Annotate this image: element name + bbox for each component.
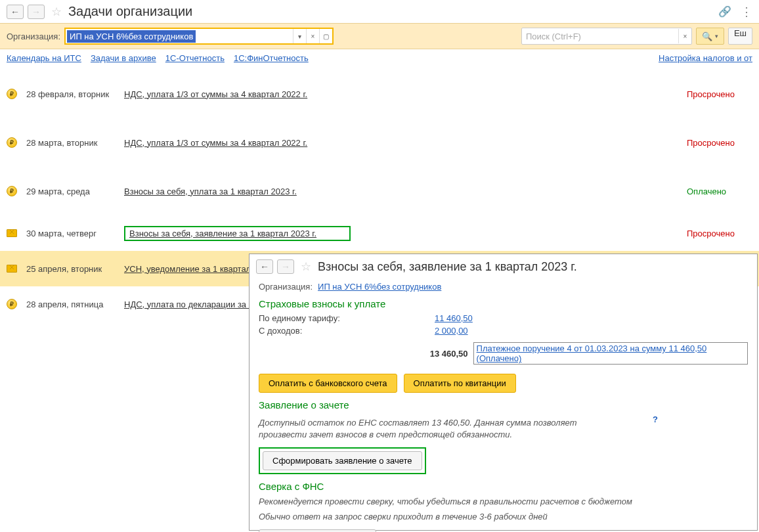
favorite-star-icon[interactable]: ☆ (51, 5, 62, 19)
search-box[interactable]: × (521, 28, 692, 45)
link-archive[interactable]: Задачи в архиве (91, 53, 156, 63)
task-row[interactable]: ₽28 марта, вторникНДС, уплата 1/3 от сум… (0, 118, 759, 167)
org-clear-icon[interactable]: × (306, 29, 319, 43)
task-date: 25 апреля, вторник (26, 264, 115, 274)
link-fin-report[interactable]: 1С:ФинОтчетность (234, 53, 309, 63)
task-status: Оплачено (687, 187, 752, 196)
panel-back-button[interactable]: ← (256, 259, 273, 274)
statement-note: Доступный остаток по ЕНС составляет 13 4… (259, 417, 626, 441)
pay-bank-button[interactable]: Оплатить с банковского счета (259, 374, 397, 393)
form-statement-button[interactable]: Сформировать заявление о зачете (263, 451, 422, 470)
panel-body: Организация: ИП на УСН 6%без сотрудников… (249, 282, 757, 532)
link-1c-report[interactable]: 1С-Отчетность (165, 53, 225, 63)
link-its[interactable]: Календарь на ИТС (7, 53, 81, 63)
envelope-icon (7, 229, 17, 237)
nav-forward-button[interactable]: → (28, 5, 45, 19)
panel-star-icon[interactable]: ☆ (301, 259, 311, 274)
panel-title: Взносы за себя, заявление за 1 квартал 2… (318, 260, 577, 274)
toolbar: Организация: ИП на УСН 6%без сотрудников… (0, 23, 759, 49)
task-desc-link[interactable]: НДС, уплата 1/3 от суммы за 4 квартал 20… (124, 138, 307, 148)
more-menu-icon[interactable]: ⋮ (741, 5, 752, 19)
detail-panel: ← → ☆ Взносы за себя, заявление за 1 ква… (249, 254, 758, 531)
panel-header: ← → ☆ Взносы за себя, заявление за 1 ква… (249, 254, 757, 279)
search-input[interactable] (522, 30, 678, 43)
task-row[interactable]: 30 марта, четвергВзносы за себя, заявлен… (0, 215, 759, 251)
magnifier-icon: 🔍 (702, 32, 712, 41)
chevron-down-icon: ▾ (715, 33, 718, 39)
task-desc-link[interactable]: Взносы за себя, заявление за 1 квартал 2… (129, 229, 316, 238)
task-desc-cell: НДС, уплата 1/3 от суммы за 4 квартал 20… (124, 138, 678, 148)
reconcile-note-1: Рекомендуется провести сверку, чтобы убе… (259, 496, 748, 508)
statement-button-highlight: Сформировать заявление о зачете (259, 447, 426, 474)
task-row[interactable]: ₽28 февраля, вторникНДС, уплата 1/3 от с… (0, 70, 759, 118)
task-row[interactable]: ₽29 марта, средаВзносы за себя, уплата з… (0, 167, 759, 215)
search-button[interactable]: 🔍 ▾ (696, 28, 724, 45)
section-statement-heading: Заявление о зачете (259, 399, 748, 410)
task-date: 28 марта, вторник (26, 138, 115, 148)
org-value: ИП на УСН 6%без сотрудников (67, 30, 196, 43)
task-desc-link[interactable]: Взносы за себя, уплата за 1 квартал 2023… (124, 187, 297, 196)
ruble-icon: ₽ (7, 137, 17, 148)
org-label: Организация: (7, 32, 60, 41)
task-desc-cell: НДС, уплата 1/3 от суммы за 4 квартал 20… (124, 89, 678, 99)
request-reconcile-button[interactable]: Запросить сверку с ФНС (259, 529, 376, 532)
panel-forward-button[interactable]: → (277, 259, 294, 274)
income-label: С доходов: (259, 326, 435, 336)
ruble-icon: ₽ (7, 299, 17, 309)
pay-receipt-button[interactable]: Оплатить по квитанции (404, 374, 516, 393)
payment-order-link[interactable]: Платежное поручение 4 от 01.03.2023 на с… (473, 342, 748, 365)
panel-org-link[interactable]: ИП на УСН 6%без сотрудников (318, 282, 441, 292)
task-desc-link[interactable]: НДС, уплата 1/3 от суммы за 4 квартал 20… (124, 89, 307, 99)
task-status: Просрочено (687, 138, 752, 148)
task-desc-link[interactable]: УСН, уведомление за 1 квартал 20 (124, 264, 263, 274)
tariff-value[interactable]: 11 460,50 (435, 313, 473, 323)
page-title: Задачи организации (68, 4, 192, 19)
task-date: 28 апреля, пятница (26, 299, 115, 309)
ruble-icon: ₽ (7, 89, 17, 99)
help-icon[interactable]: ? (653, 414, 658, 443)
task-desc-cell: Взносы за себя, заявление за 1 квартал 2… (124, 226, 678, 241)
task-date: 28 февраля, вторник (26, 89, 115, 99)
task-date: 29 марта, среда (26, 187, 115, 196)
task-status: Просрочено (687, 229, 752, 238)
org-dropdown-icon[interactable]: ▾ (293, 29, 306, 43)
org-field[interactable]: ИП на УСН 6%без сотрудников ▾ × ▢ (64, 28, 334, 45)
panel-org-label: Организация: (259, 282, 313, 292)
ruble-icon: ₽ (7, 186, 17, 196)
tariff-label: По единому тарифу: (259, 313, 435, 323)
nav-back-button[interactable]: ← (7, 5, 24, 19)
search-clear-icon[interactable]: × (678, 29, 691, 43)
reconcile-note-2: Обычно ответ на запрос сверки приходит в… (259, 511, 748, 523)
highlighted-task: Взносы за себя, заявление за 1 квартал 2… (124, 226, 351, 241)
task-desc-link[interactable]: НДС, уплата по декларации за 1 к (124, 299, 259, 309)
envelope-icon (7, 265, 17, 273)
link-icon[interactable]: 🔗 (718, 5, 731, 18)
total-value: 13 460,50 (429, 349, 468, 359)
header: ← → ☆ Задачи организации 🔗 ⋮ (0, 0, 759, 23)
org-open-icon[interactable]: ▢ (319, 29, 332, 43)
task-desc-cell: Взносы за себя, уплата за 1 квартал 2023… (124, 187, 678, 196)
section-reconcile-heading: Сверка с ФНС (259, 481, 748, 492)
task-status: Просрочено (687, 89, 752, 99)
link-tax-settings[interactable]: Настройка налогов и от (659, 53, 752, 63)
section-insurance-heading: Страховые взносы к уплате (259, 298, 748, 309)
task-date: 30 марта, четверг (26, 229, 115, 238)
income-value[interactable]: 2 000,00 (435, 326, 468, 336)
links-row: Календарь на ИТС Задачи в архиве 1С-Отче… (0, 49, 759, 67)
more-button[interactable]: Еш (728, 28, 752, 45)
